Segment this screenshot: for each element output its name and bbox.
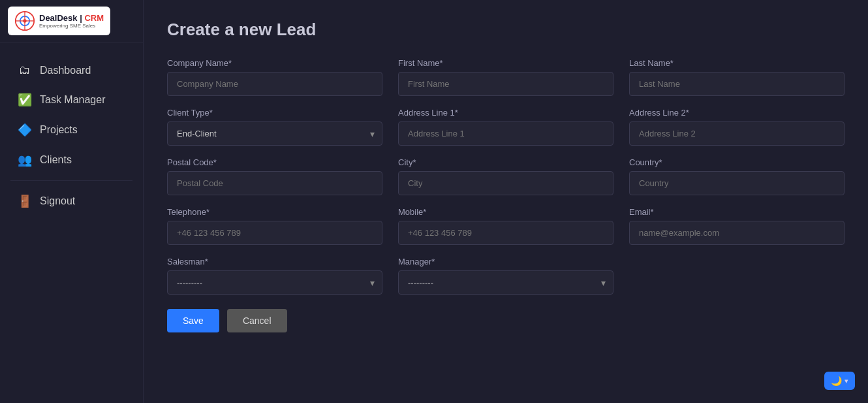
svg-point-4 <box>23 19 26 22</box>
sidebar-item-projects[interactable]: 🔷 Projects <box>0 115 143 145</box>
last-name-label: Last Name* <box>629 58 845 68</box>
company-name-input[interactable] <box>167 72 382 96</box>
dashboard-icon: 🗂 <box>18 63 32 77</box>
salesman-group: Salesman* --------- <box>167 257 382 295</box>
clients-icon: 👥 <box>18 153 32 167</box>
sidebar-label-dashboard: Dashboard <box>40 65 91 76</box>
client-type-select-wrapper: End-Client Reseller Partner <box>167 121 382 146</box>
telephone-label: Telephone* <box>167 207 382 217</box>
city-group: City* <box>398 157 613 195</box>
telephone-input[interactable] <box>167 221 382 245</box>
client-type-group: Client Type* End-Client Reseller Partner <box>167 108 382 146</box>
sidebar-label-clients: Clients <box>40 154 72 166</box>
first-name-label: First Name* <box>398 58 613 68</box>
sidebar-label-task-manager: Task Manager <box>40 94 106 106</box>
address1-label: Address Line 1* <box>398 108 613 118</box>
address2-input[interactable] <box>629 121 845 146</box>
telephone-group: Telephone* <box>167 207 382 245</box>
address2-group: Address Line 2* <box>629 108 845 146</box>
manager-group: Manager* --------- <box>398 257 613 295</box>
address1-input[interactable] <box>398 121 613 146</box>
moon-icon: 🌙 <box>831 376 842 386</box>
form-actions: Save Cancel <box>167 309 845 332</box>
chevron-down-icon: ▾ <box>845 377 848 385</box>
save-button[interactable]: Save <box>167 309 219 332</box>
manager-select[interactable]: --------- <box>398 270 613 295</box>
mobile-group: Mobile* <box>398 207 613 245</box>
sidebar-item-signout[interactable]: 🚪 Signout <box>0 186 143 216</box>
empty-cell <box>629 257 845 295</box>
manager-select-wrapper: --------- <box>398 270 613 295</box>
signout-icon: 🚪 <box>18 194 32 208</box>
first-name-input[interactable] <box>398 72 613 96</box>
salesman-select-wrapper: --------- <box>167 270 382 295</box>
page-title: Create a new Lead <box>167 20 845 40</box>
address2-label: Address Line 2* <box>629 108 845 118</box>
address1-group: Address Line 1* <box>398 108 613 146</box>
mobile-input[interactable] <box>398 221 613 245</box>
manager-label: Manager* <box>398 257 613 266</box>
postal-code-label: Postal Code* <box>167 157 382 167</box>
country-label: Country* <box>629 157 845 167</box>
last-name-input[interactable] <box>629 72 845 96</box>
sidebar-label-signout: Signout <box>40 195 75 207</box>
sidebar-item-dashboard[interactable]: 🗂 Dashboard <box>0 56 143 85</box>
projects-icon: 🔷 <box>18 123 32 137</box>
last-name-group: Last Name* <box>629 58 845 96</box>
country-input[interactable] <box>629 171 845 195</box>
salesman-select[interactable]: --------- <box>167 270 382 295</box>
email-input[interactable] <box>629 221 845 245</box>
email-group: Email* <box>629 207 845 245</box>
client-type-select[interactable]: End-Client Reseller Partner <box>167 121 382 146</box>
form-grid: Company Name* First Name* Last Name* Cli… <box>167 58 845 295</box>
logo-subtitle: Empowering SME Sales <box>39 23 104 29</box>
country-group: Country* <box>629 157 845 195</box>
create-lead-form: Company Name* First Name* Last Name* Cli… <box>167 58 845 332</box>
cancel-button[interactable]: Cancel <box>227 309 287 332</box>
sidebar-item-task-manager[interactable]: ✅ Task Manager <box>0 85 143 115</box>
main-content: Create a new Lead Company Name* First Na… <box>144 0 868 403</box>
dealdesk-logo-icon <box>14 10 35 31</box>
client-type-label: Client Type* <box>167 108 382 118</box>
salesman-label: Salesman* <box>167 257 382 266</box>
sidebar-label-projects: Projects <box>40 124 78 136</box>
nav-divider <box>10 180 132 181</box>
logo-title: DealDesk | CRM <box>39 13 104 24</box>
mobile-label: Mobile* <box>398 207 613 217</box>
nav-items: 🗂 Dashboard ✅ Task Manager 🔷 Projects 👥 … <box>0 42 143 403</box>
postal-code-group: Postal Code* <box>167 157 382 195</box>
theme-toggle-button[interactable]: 🌙 ▾ <box>824 372 855 390</box>
logo-box: DealDesk | CRM Empowering SME Sales <box>8 7 110 35</box>
logo-text-area: DealDesk | CRM Empowering SME Sales <box>39 13 104 29</box>
sidebar: DealDesk | CRM Empowering SME Sales 🗂 Da… <box>0 0 144 403</box>
city-input[interactable] <box>398 171 613 195</box>
sidebar-item-clients[interactable]: 👥 Clients <box>0 145 143 175</box>
company-name-label: Company Name* <box>167 58 382 68</box>
first-name-group: First Name* <box>398 58 613 96</box>
email-label: Email* <box>629 207 845 217</box>
logo-area: DealDesk | CRM Empowering SME Sales <box>0 0 143 42</box>
city-label: City* <box>398 157 613 167</box>
company-name-group: Company Name* <box>167 58 382 96</box>
task-manager-icon: ✅ <box>18 93 32 107</box>
postal-code-input[interactable] <box>167 171 382 195</box>
